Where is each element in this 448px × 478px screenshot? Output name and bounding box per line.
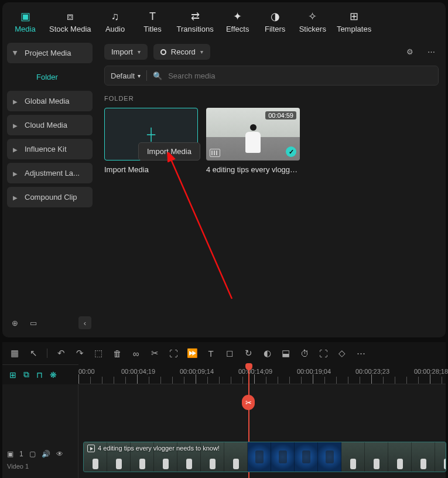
timeline-ruler[interactable]: 00:00 00:00:04;19 00:00:09;14 00:00:14;0…	[78, 364, 446, 384]
undo-icon[interactable]: ↶	[56, 348, 66, 358]
clip-type-icon	[210, 149, 220, 157]
tab-label: Media	[15, 25, 35, 33]
sidebar-label: Adjustment La...	[25, 169, 80, 177]
used-check-icon: ✓	[286, 146, 296, 157]
chevron-right-icon: ▶	[13, 194, 18, 200]
chevron-down-icon: ▾	[138, 73, 141, 79]
tab-templates[interactable]: ⊞ Templates	[332, 8, 376, 36]
frame-icon[interactable]: ◻	[224, 348, 235, 358]
color-icon[interactable]: ◐	[262, 348, 272, 358]
chevron-down-icon: ▾	[138, 49, 141, 55]
folder-button[interactable]: ▭	[27, 316, 40, 329]
filter-button[interactable]: ⚙	[402, 45, 418, 60]
divider	[146, 70, 147, 81]
sidebar-item-global-media[interactable]: ▶ Global Media	[7, 91, 93, 111]
filter-icon: ⚙	[406, 47, 413, 56]
tab-stickers[interactable]: ✧ Stickers	[295, 8, 331, 36]
record-dropdown[interactable]: Record ▾	[153, 44, 210, 60]
media-clip-tile[interactable]: 00:04:59 ✓ 4 editing tips every vlogger …	[206, 108, 300, 174]
clip-duration: 00:04:59	[265, 111, 296, 120]
chevron-right-icon: ▶	[13, 146, 18, 152]
collapse-sidebar-button[interactable]: ‹	[78, 316, 91, 329]
tab-transitions[interactable]: ⇄ Transitions	[172, 8, 218, 36]
tile-label: 4 editing tips every vlogger ...	[206, 165, 300, 174]
audio-waveform	[84, 472, 446, 472]
divider	[47, 349, 47, 358]
grid-icon[interactable]: ▦	[9, 348, 20, 358]
tile-label: Import Media	[104, 165, 198, 174]
track-number: 1	[19, 450, 23, 458]
timer-icon[interactable]: ⏱	[299, 349, 310, 358]
sidebar-item-cloud-media[interactable]: ▶ Cloud Media	[7, 115, 93, 135]
speed-icon[interactable]: ⏩	[187, 348, 197, 358]
folder-icon: ▭	[30, 319, 37, 327]
text-icon[interactable]: T	[206, 349, 216, 358]
tab-audio[interactable]: ♫ Audio	[97, 8, 134, 36]
rotate-icon[interactable]: ↻	[243, 348, 254, 358]
import-media-tile[interactable]: ┼ Import Media	[104, 108, 198, 174]
annotation-arrow	[162, 152, 238, 305]
crop-icon[interactable]: ⛶	[168, 349, 179, 358]
add-track-icon[interactable]: ⊞	[9, 370, 16, 380]
redo-icon[interactable]: ↷	[74, 348, 85, 358]
folder-icon[interactable]: ▢	[29, 450, 36, 458]
expand-icon[interactable]: ⛶	[318, 349, 329, 358]
sidebar-item-adjustment-layer[interactable]: ▶ Adjustment La...	[7, 163, 93, 183]
sidebar-label: Global Media	[25, 97, 70, 105]
mute-icon[interactable]: 🔊	[42, 450, 50, 458]
video-track-icon[interactable]: ▣	[7, 450, 13, 458]
search-icon: 🔍	[153, 71, 162, 80]
auto-ripple-icon[interactable]: ❋	[50, 370, 57, 380]
tab-label: Titles	[143, 25, 162, 33]
svg-line-0	[170, 158, 232, 299]
clip-title: 4 editing tips every vlogger needs to kn…	[98, 445, 220, 452]
delete-icon[interactable]: 🗑	[112, 349, 122, 358]
folder-plus-icon: ⊕	[12, 319, 18, 327]
timeline-toolbar: ▦ ↖ ↶ ↷ ⬚ 🗑 ∞ ✂ ⛶ ⏩ T ◻ ↻ ◐ ⬓ ⏱ ⛶ ◇ ⋯	[2, 342, 446, 364]
link-track-icon[interactable]: ⧉	[23, 370, 29, 380]
track-name: Video 1	[7, 463, 29, 470]
import-label: Import	[111, 47, 133, 56]
marker-icon[interactable]: ⬚	[93, 348, 104, 358]
tab-media[interactable]: ▣ Media	[7, 8, 43, 36]
cut-marker[interactable]: ✂	[242, 395, 255, 410]
export-frame-icon[interactable]: ⬓	[281, 348, 291, 358]
record-label: Record	[171, 47, 196, 56]
link-icon[interactable]: ∞	[131, 349, 141, 358]
sidebar-label: Influence Kit	[25, 145, 67, 153]
sidebar-item-compound-clip[interactable]: ▶ Compound Clip	[7, 187, 93, 207]
more-tools-icon[interactable]: ⋯	[355, 348, 366, 358]
tab-label: Templates	[337, 25, 371, 33]
sidebar-label: Folder	[36, 73, 58, 81]
search-input[interactable]	[168, 71, 432, 80]
import-dropdown[interactable]: Import ▾	[104, 44, 148, 60]
tab-filters[interactable]: ◑ Filters	[257, 8, 293, 36]
section-header: FOLDER	[104, 95, 439, 102]
new-folder-button[interactable]: ⊕	[8, 316, 21, 329]
more-button[interactable]: ⋯	[423, 45, 439, 60]
filters-icon: ◑	[271, 11, 280, 22]
tab-effects[interactable]: ✦ Effects	[220, 8, 256, 36]
visibility-icon[interactable]: 👁	[56, 450, 63, 458]
keyframe-icon[interactable]: ◇	[337, 348, 347, 358]
media-icon: ▣	[20, 11, 30, 22]
cursor-icon[interactable]: ↖	[28, 348, 39, 358]
tab-titles[interactable]: T Titles	[135, 8, 171, 36]
stock-icon: ⧈	[67, 11, 73, 22]
timeline-clip[interactable]: 4 editing tips every vlogger needs to kn…	[83, 442, 446, 472]
sidebar-label: Cloud Media	[25, 121, 67, 129]
sidebar-item-influence-kit[interactable]: ▶ Influence Kit	[7, 139, 93, 159]
tab-stock-media[interactable]: ⧈ Stock Media	[45, 8, 96, 36]
timeline-track-tools: ⊞ ⧉ ⊓ ❋	[2, 364, 78, 382]
play-icon	[87, 445, 95, 452]
cut-icon[interactable]: ✂	[149, 348, 160, 358]
scissors-icon: ✂	[245, 398, 252, 407]
sort-dropdown[interactable]: Default ▾	[111, 71, 141, 80]
sidebar-item-project-media[interactable]: ▶ Project Media	[7, 43, 93, 63]
chevron-left-icon: ‹	[84, 319, 86, 327]
chevron-right-icon: ▶	[13, 170, 18, 176]
playhead-knob[interactable]	[245, 363, 252, 370]
sidebar-item-folder[interactable]: Folder	[7, 67, 93, 87]
ellipsis-icon: ⋯	[428, 47, 435, 56]
magnet-icon[interactable]: ⊓	[36, 370, 43, 380]
